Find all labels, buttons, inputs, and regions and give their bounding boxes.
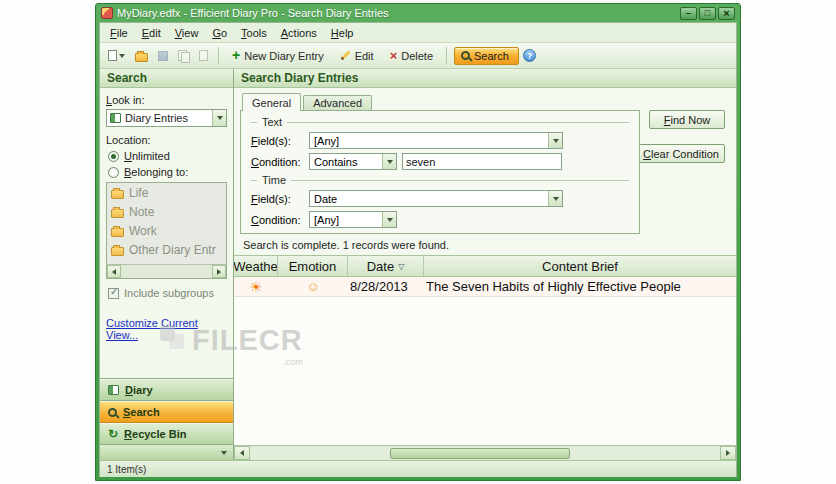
time-condition-value: [Any] bbox=[314, 214, 339, 226]
menu-actions[interactable]: Actions bbox=[274, 24, 324, 42]
scroll-right-icon[interactable] bbox=[720, 446, 736, 460]
radio-belonging-icon[interactable] bbox=[108, 167, 119, 178]
new-file-button[interactable] bbox=[105, 47, 128, 64]
chevron-down-icon[interactable] bbox=[212, 110, 226, 126]
nav-search-label: Search bbox=[123, 406, 160, 418]
grid-header-row: Weathe Emotion Date Content Brief bbox=[234, 256, 736, 277]
radio-unlimited[interactable]: Unlimited bbox=[108, 150, 227, 162]
chevron-down-icon[interactable] bbox=[382, 212, 396, 227]
maximize-button[interactable] bbox=[699, 7, 716, 20]
delete-label: Delete bbox=[401, 50, 433, 62]
save-button[interactable] bbox=[155, 48, 171, 64]
plus-icon bbox=[232, 50, 240, 62]
help-icon[interactable] bbox=[523, 49, 536, 62]
nav-recycle-bin-button[interactable]: Recycle Bin bbox=[100, 423, 233, 445]
chevron-down-icon[interactable] bbox=[221, 451, 227, 455]
date-cell: 8/28/2013 bbox=[348, 277, 424, 296]
new-diary-entry-button[interactable]: New Diary Entry bbox=[226, 47, 330, 65]
fields-label: Field(s): bbox=[251, 135, 309, 147]
location-label: Location: bbox=[106, 134, 227, 146]
open-folder-icon bbox=[135, 53, 148, 62]
delete-icon bbox=[390, 50, 398, 62]
tab-advanced[interactable]: Advanced bbox=[303, 95, 372, 111]
toolbar: New Diary Entry Edit Delete Search bbox=[100, 43, 736, 69]
folder-label: Note bbox=[129, 205, 154, 219]
nav-search-button[interactable]: Search bbox=[100, 401, 233, 423]
time-condition-combobox[interactable]: [Any] bbox=[309, 211, 397, 228]
nav-diary-button[interactable]: Diary bbox=[100, 379, 233, 401]
menu-file[interactable]: File bbox=[103, 24, 135, 42]
condition-label: Condition: bbox=[251, 214, 309, 226]
copy-button[interactable] bbox=[175, 47, 192, 64]
result-status-text: Search is complete. 1 records were found… bbox=[234, 234, 736, 255]
keyword-input[interactable] bbox=[402, 153, 562, 170]
list-item-life: Life bbox=[107, 183, 226, 202]
menu-edit[interactable]: Edit bbox=[135, 24, 168, 42]
include-subgroups-checkbox-row[interactable]: Include subgroups bbox=[108, 287, 227, 299]
chevron-down-icon[interactable] bbox=[548, 191, 562, 206]
find-now-button[interactable]: Find Now bbox=[649, 110, 725, 129]
titlebar: MyDiary.edfx - Efficient Diary Pro - Sea… bbox=[99, 4, 737, 22]
column-header-date[interactable]: Date bbox=[348, 256, 424, 276]
menu-view[interactable]: View bbox=[168, 24, 206, 42]
chevron-down-icon[interactable] bbox=[382, 154, 396, 169]
delete-button[interactable]: Delete bbox=[384, 47, 439, 65]
look-in-value: Diary Entries bbox=[125, 112, 188, 124]
folder-label: Life bbox=[129, 186, 148, 200]
close-button[interactable] bbox=[718, 7, 735, 20]
scroll-left-icon[interactable] bbox=[234, 446, 250, 460]
column-header-emotion[interactable]: Emotion bbox=[278, 256, 348, 276]
group-listbox: Life Note Work bbox=[106, 182, 227, 279]
new-file-dropdown-icon bbox=[119, 54, 125, 58]
text-group-title: Text bbox=[262, 116, 282, 128]
clear-condition-button[interactable]: Clear Condition bbox=[637, 144, 725, 163]
paste-button[interactable] bbox=[196, 47, 211, 64]
content-brief-cell: The Seven Habits of Highly Effective Peo… bbox=[424, 277, 736, 296]
tab-strip: General Advanced bbox=[242, 93, 736, 111]
scroll-left-icon[interactable] bbox=[107, 265, 121, 278]
look-in-combobox[interactable]: Diary Entries bbox=[106, 109, 227, 127]
open-diary-button[interactable] bbox=[132, 47, 151, 65]
customize-view-link[interactable]: Customize Current View... bbox=[106, 317, 227, 341]
text-condition-combobox[interactable]: Contains bbox=[309, 153, 397, 170]
window-title: MyDiary.edfx - Efficient Diary Pro - Sea… bbox=[117, 7, 676, 19]
sidebar-body: Look in: Diary Entries Location: Unlimit… bbox=[100, 88, 233, 378]
search-form: General Advanced Text Field(s): bbox=[234, 88, 736, 234]
toolbar-separator bbox=[218, 47, 219, 64]
text-fields-combobox[interactable]: [Any] bbox=[309, 132, 563, 149]
menu-go[interactable]: Go bbox=[205, 24, 234, 42]
save-icon bbox=[158, 51, 168, 61]
search-toolbar-button[interactable]: Search bbox=[454, 47, 519, 65]
include-subgroups-checkbox[interactable] bbox=[108, 288, 119, 299]
menu-tools[interactable]: Tools bbox=[234, 24, 274, 42]
table-row[interactable]: ☀ ☺ 8/28/2013 The Seven Habits of Highly… bbox=[234, 277, 736, 297]
search-icon bbox=[461, 51, 470, 60]
menu-help[interactable]: Help bbox=[324, 24, 361, 42]
column-header-content-brief[interactable]: Content Brief bbox=[424, 256, 736, 276]
app-window: MyDiary.edfx - Efficient Diary Pro - Sea… bbox=[95, 3, 741, 481]
look-in-label: Look in: bbox=[106, 94, 227, 106]
nav-options-strip[interactable] bbox=[100, 445, 233, 460]
scrollbar-thumb[interactable] bbox=[390, 448, 570, 459]
radio-unlimited-icon[interactable] bbox=[108, 151, 119, 162]
column-header-weather[interactable]: Weathe bbox=[234, 256, 278, 276]
listbox-horizontal-scrollbar[interactable] bbox=[107, 264, 226, 278]
time-fields-combobox[interactable]: Date bbox=[309, 190, 563, 207]
radio-unlimited-label: Unlimited bbox=[124, 150, 170, 162]
tab-general[interactable]: General bbox=[242, 93, 301, 111]
radio-belonging-to[interactable]: Belonging to: bbox=[108, 166, 227, 178]
general-tab-panel: Text Field(s): [Any] bbox=[240, 110, 640, 234]
scroll-right-icon[interactable] bbox=[212, 265, 226, 278]
edit-button[interactable]: Edit bbox=[334, 47, 380, 65]
chevron-down-icon[interactable] bbox=[548, 133, 562, 148]
sidebar-nav: Diary Search Recycle Bin bbox=[100, 378, 233, 460]
folder-icon bbox=[111, 247, 124, 256]
text-condition-value: Contains bbox=[314, 156, 357, 168]
grid-horizontal-scrollbar[interactable] bbox=[234, 445, 736, 460]
folder-icon bbox=[111, 209, 124, 218]
time-fields-value: Date bbox=[314, 193, 337, 205]
folder-label: Other Diary Entr bbox=[129, 243, 216, 257]
date-header-label: Date bbox=[367, 259, 394, 274]
nav-diary-label: Diary bbox=[125, 384, 153, 396]
minimize-button[interactable] bbox=[680, 7, 697, 20]
